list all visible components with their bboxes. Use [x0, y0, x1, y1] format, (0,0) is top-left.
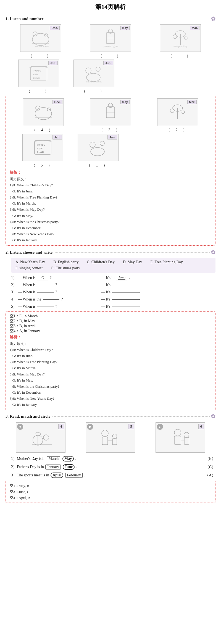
- svg-point-18: [86, 68, 91, 73]
- img-ans-cell-4: Jan. HAPPY NEW YEAR （ 5 ）: [21, 134, 65, 168]
- read-row-3-option1: April: [51, 473, 63, 478]
- fill-row-3-a: — It's: [101, 290, 110, 294]
- read-row-3: 3）The sports meet is in April February .…: [11, 473, 215, 478]
- section3-deco: [52, 416, 210, 417]
- svg-point-50: [174, 429, 181, 436]
- img-box-5: Jun. children scene: [73, 60, 114, 87]
- read-box-C-num: 6: [198, 424, 204, 429]
- read-row-1-option1: March: [47, 456, 60, 461]
- section3-snowflake: ✿: [211, 413, 215, 420]
- img-ans-label-5: Jun.: [107, 135, 117, 139]
- read-row-1-option2: May: [62, 456, 74, 461]
- sec2-ans-val-1: E, in March: [19, 314, 38, 318]
- svg-text:person figure: person figure: [104, 45, 119, 48]
- fill-row-5-a: — It's: [101, 304, 110, 309]
- svg-point-39: [91, 147, 104, 156]
- svg-point-38: [100, 141, 104, 146]
- img-ans-sketch-2: [97, 103, 124, 122]
- img-ans-box-3: Mar.: [157, 98, 198, 126]
- fill-row-4-blank: [43, 299, 59, 300]
- svg-point-11: [173, 35, 177, 39]
- fill-row-2-right: — It's .: [101, 283, 215, 287]
- svg-text:winter scene: winter scene: [35, 45, 49, 48]
- sec3-ans-val-2: June, C: [19, 490, 30, 494]
- fill-row-3-q2: ?: [56, 290, 57, 294]
- section2-answer-box: 空1：E, in March 空2：D, in May 空3：B, in Apr…: [6, 311, 215, 410]
- section1-snowflake: ✿: [211, 15, 215, 22]
- svg-rect-48: [112, 439, 117, 445]
- section1-deco: [46, 19, 210, 19]
- section1-ans-row1: Dec. （ 4 ） May （ 3 ）: [10, 98, 211, 133]
- fill-row-5-a-end: .: [141, 304, 143, 309]
- svg-text:children scene: children scene: [86, 80, 102, 83]
- sec2-ans-label-3: 空3：: [10, 324, 19, 328]
- fill-row-5-num: 5）: [11, 304, 17, 309]
- img-ans-label-4: Jan.: [52, 135, 62, 139]
- sec2-explain-title: 解析：: [10, 335, 211, 340]
- fill-row-3-left: 3） — When is ?: [11, 290, 99, 295]
- img-number-1: （ ）: [28, 53, 53, 58]
- img-box-3: Mar. tree planting: [160, 24, 201, 52]
- svg-rect-51: [174, 436, 181, 444]
- section1-blank-row2: Jan. HAPPY NEW YEAR （ ） Jun. children sc…: [6, 60, 215, 94]
- svg-point-41: [43, 435, 49, 440]
- option-F: F. singing contest: [15, 266, 43, 270]
- img-ans-label-3: Mar.: [187, 100, 197, 104]
- img-ans-cell-5: Jun. （ 1 ）: [76, 134, 120, 168]
- read-row-2-option2: June: [63, 464, 75, 470]
- section1-ans-title: 解析：: [10, 170, 211, 175]
- img-label-1: Dec.: [50, 26, 59, 30]
- svg-point-12: [185, 37, 187, 39]
- svg-point-24: [47, 108, 51, 111]
- section1-blank-row1: Dec. winter scene （ ） May person figure …: [6, 24, 215, 58]
- fill-row-2-q2: ?: [56, 283, 57, 287]
- section2-fill-rows: 1） — When is C ? — It's in June . 2） — W…: [11, 275, 215, 309]
- read-cell-C: C 6: [153, 422, 208, 454]
- sec3-ans-val-3: April, A: [19, 496, 31, 500]
- img-number-2: （ ）: [98, 53, 123, 58]
- option-B: B. English party: [53, 260, 78, 264]
- img-ans-box-4: Jan. HAPPY NEW YEAR: [22, 134, 63, 161]
- read-sketch-C: [164, 426, 197, 449]
- sec3-ans-val-1: May, B: [19, 484, 29, 488]
- img-box-1: Dec. winter scene: [20, 24, 61, 52]
- read-box-B-label: B: [87, 424, 93, 430]
- read-row-3-bracket: （A）: [205, 473, 215, 478]
- section2-deco: [55, 252, 210, 253]
- fill-row-4-a-blank: [112, 299, 140, 300]
- fill-row-2-a: — It's: [101, 283, 110, 287]
- fill-row-1-a-end: .: [129, 276, 130, 280]
- sec2-ans-label-2: 空2：: [10, 319, 19, 323]
- section3-image-row: A 4 B 5: [6, 422, 215, 454]
- fill-row-4-num: 4）: [11, 297, 17, 302]
- img-ans-number-3: （ 2 ）: [166, 128, 189, 133]
- fill-row-3: 3） — When is ? — It's .: [11, 290, 215, 295]
- svg-point-37: [90, 142, 95, 147]
- svg-point-47: [112, 434, 117, 438]
- read-row-2: 2）Father's Day is in January June . （C）: [11, 464, 215, 470]
- img-ans-box-5: Jun.: [78, 134, 119, 161]
- fill-row-2-a-end: .: [141, 283, 143, 287]
- section3-read-rows: 1）Mother's Day is in March May . （B） 2）F…: [11, 456, 215, 478]
- sec2-ans-val-2: D, in May: [19, 319, 35, 323]
- read-box-A-label: A: [17, 424, 23, 430]
- option-C: C. Children's Day: [87, 260, 115, 264]
- img-cell-3: Mar. tree planting （ ）: [158, 24, 202, 58]
- svg-text:HAPPY: HAPPY: [37, 144, 45, 147]
- read-row-2-option1: January: [45, 465, 61, 469]
- img-number-3: （ ）: [168, 53, 193, 58]
- img-label-4: Jan.: [48, 61, 58, 65]
- img-ans-cell-2: May （ 3 ）: [88, 98, 133, 133]
- img-cell-4: Jan. HAPPY NEW YEAR （ ）: [17, 60, 61, 94]
- fill-row-2-blank: [37, 285, 54, 285]
- page-title: 第14页解析: [6, 3, 215, 11]
- svg-point-31: [170, 109, 174, 113]
- sec2-explain-content: 听力原文： 1)B: When is Children's Day? G: It…: [10, 341, 211, 408]
- svg-text:YEAR: YEAR: [37, 151, 44, 153]
- read-cell-B: B 5: [83, 422, 138, 454]
- img-cell-5: Jun. children scene （ ）: [72, 60, 116, 94]
- img-box-2: May person figure: [90, 24, 131, 52]
- read-box-C: C 6: [156, 422, 205, 453]
- sec2-ans-val-4: A, in January: [19, 329, 40, 333]
- read-row-1-text: 1）Mother's Day is in March May .: [11, 456, 196, 461]
